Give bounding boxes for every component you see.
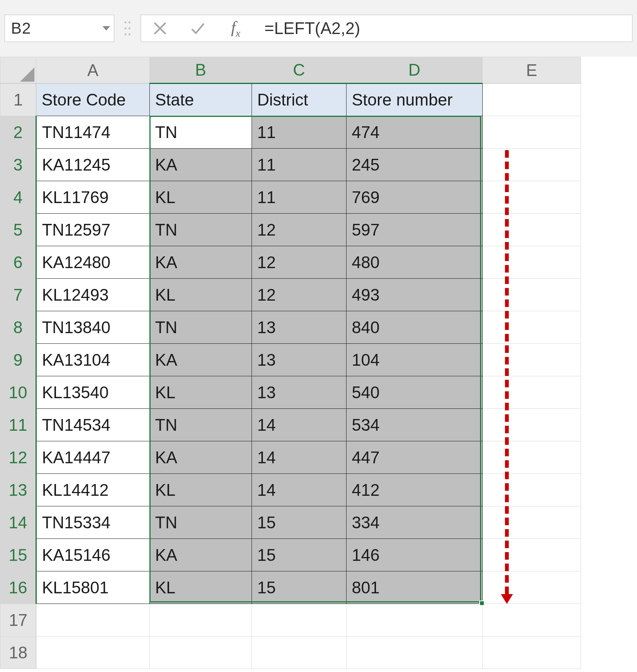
- cell-C16[interactable]: 15: [252, 571, 346, 604]
- cell-B6[interactable]: KA: [150, 246, 252, 279]
- cell-D13[interactable]: 412: [346, 474, 483, 506]
- column-header-B[interactable]: B: [150, 57, 252, 84]
- cell-D10[interactable]: 540: [346, 376, 483, 409]
- row-header-13[interactable]: 13: [0, 474, 36, 506]
- cell-E9[interactable]: [483, 344, 581, 376]
- cell-C5[interactable]: 12: [252, 214, 346, 246]
- cell-A16[interactable]: KL15801: [36, 571, 150, 604]
- cell-C1[interactable]: District: [252, 84, 346, 116]
- row-header-9[interactable]: 9: [0, 344, 36, 376]
- cell-B5[interactable]: TN: [150, 214, 252, 246]
- drag-handle-icon[interactable]: [114, 15, 141, 42]
- cell-A15[interactable]: KA15146: [36, 539, 150, 571]
- cell-D14[interactable]: 334: [346, 506, 483, 539]
- row-header-1[interactable]: 1: [0, 84, 36, 116]
- row-header-10[interactable]: 10: [0, 376, 36, 409]
- cell-C13[interactable]: 14: [252, 474, 346, 506]
- cell-B13[interactable]: KL: [150, 474, 252, 506]
- cell-B16[interactable]: KL: [150, 571, 252, 604]
- cell-C11[interactable]: 14: [252, 409, 346, 441]
- row-header-3[interactable]: 3: [0, 149, 36, 181]
- cell-D12[interactable]: 447: [346, 441, 483, 474]
- cell-C17[interactable]: [252, 604, 346, 636]
- row-header-5[interactable]: 5: [0, 214, 36, 246]
- enter-button[interactable]: [179, 15, 217, 42]
- cell-B15[interactable]: KA: [150, 539, 252, 571]
- cell-B1[interactable]: State: [150, 84, 252, 116]
- row-header-16[interactable]: 16: [0, 571, 36, 604]
- cell-D1[interactable]: Store number: [346, 84, 483, 116]
- cell-B12[interactable]: KA: [150, 441, 252, 474]
- cell-A10[interactable]: KL13540: [36, 376, 150, 409]
- row-header-7[interactable]: 7: [0, 279, 36, 311]
- cell-C14[interactable]: 15: [252, 506, 346, 539]
- cell-D7[interactable]: 493: [346, 279, 483, 311]
- cell-B14[interactable]: TN: [150, 506, 252, 539]
- row-header-18[interactable]: 18: [0, 636, 36, 669]
- cell-C7[interactable]: 12: [252, 279, 346, 311]
- row-header-4[interactable]: 4: [0, 181, 36, 214]
- cell-D5[interactable]: 597: [346, 214, 483, 246]
- cell-D8[interactable]: 840: [346, 311, 483, 344]
- row-header-14[interactable]: 14: [0, 506, 36, 539]
- cell-D9[interactable]: 104: [346, 344, 483, 376]
- cell-A13[interactable]: KL14412: [36, 474, 150, 506]
- row-header-12[interactable]: 12: [0, 441, 36, 474]
- cell-B7[interactable]: KL: [150, 279, 252, 311]
- cell-E11[interactable]: [483, 409, 581, 441]
- cell-C9[interactable]: 13: [252, 344, 346, 376]
- cell-C2[interactable]: 11: [252, 116, 346, 149]
- cell-D4[interactable]: 769: [346, 181, 483, 214]
- cell-A6[interactable]: KA12480: [36, 246, 150, 279]
- cell-B2[interactable]: TN: [150, 116, 252, 149]
- cell-C18[interactable]: [252, 636, 346, 669]
- cell-D3[interactable]: 245: [346, 149, 483, 181]
- cell-B11[interactable]: TN: [150, 409, 252, 441]
- row-header-2[interactable]: 2: [0, 116, 36, 149]
- cell-A8[interactable]: TN13840: [36, 311, 150, 344]
- cell-A1[interactable]: Store Code: [36, 84, 150, 116]
- chevron-down-icon[interactable]: [103, 26, 110, 31]
- cell-E10[interactable]: [483, 376, 581, 409]
- cell-C8[interactable]: 13: [252, 311, 346, 344]
- cell-A2[interactable]: TN11474: [36, 116, 150, 149]
- cell-C15[interactable]: 15: [252, 539, 346, 571]
- row-header-17[interactable]: 17: [0, 604, 36, 636]
- cell-A12[interactable]: KA14447: [36, 441, 150, 474]
- row-header-11[interactable]: 11: [0, 409, 36, 441]
- cell-E6[interactable]: [483, 246, 581, 279]
- cell-D18[interactable]: [346, 636, 483, 669]
- column-header-A[interactable]: A: [36, 57, 150, 84]
- cell-A3[interactable]: KA11245: [36, 149, 150, 181]
- cell-B18[interactable]: [150, 636, 252, 669]
- cell-E16[interactable]: [483, 571, 581, 604]
- cell-B9[interactable]: KA: [150, 344, 252, 376]
- column-header-D[interactable]: D: [346, 57, 483, 84]
- cell-A17[interactable]: [36, 604, 150, 636]
- cell-E18[interactable]: [483, 636, 581, 669]
- row-header-8[interactable]: 8: [0, 311, 36, 344]
- cell-A18[interactable]: [36, 636, 150, 669]
- cell-E3[interactable]: [483, 149, 581, 181]
- cell-E1[interactable]: [483, 84, 581, 116]
- select-all-button[interactable]: [0, 57, 36, 84]
- cell-C4[interactable]: 11: [252, 181, 346, 214]
- cell-E15[interactable]: [483, 539, 581, 571]
- cell-D16[interactable]: 801: [346, 571, 483, 604]
- insert-function-button[interactable]: fx: [217, 18, 255, 39]
- cell-E14[interactable]: [483, 506, 581, 539]
- cell-B8[interactable]: TN: [150, 311, 252, 344]
- cell-D2[interactable]: 474: [346, 116, 483, 149]
- cell-E17[interactable]: [483, 604, 581, 636]
- cell-A11[interactable]: TN14534: [36, 409, 150, 441]
- cell-C12[interactable]: 14: [252, 441, 346, 474]
- cell-E4[interactable]: [483, 181, 581, 214]
- cell-E5[interactable]: [483, 214, 581, 246]
- cancel-button[interactable]: [141, 15, 179, 42]
- column-header-E[interactable]: E: [483, 57, 581, 84]
- cell-B10[interactable]: KL: [150, 376, 252, 409]
- row-header-15[interactable]: 15: [0, 539, 36, 571]
- cell-D11[interactable]: 534: [346, 409, 483, 441]
- cell-B4[interactable]: KL: [150, 181, 252, 214]
- cell-E13[interactable]: [483, 474, 581, 506]
